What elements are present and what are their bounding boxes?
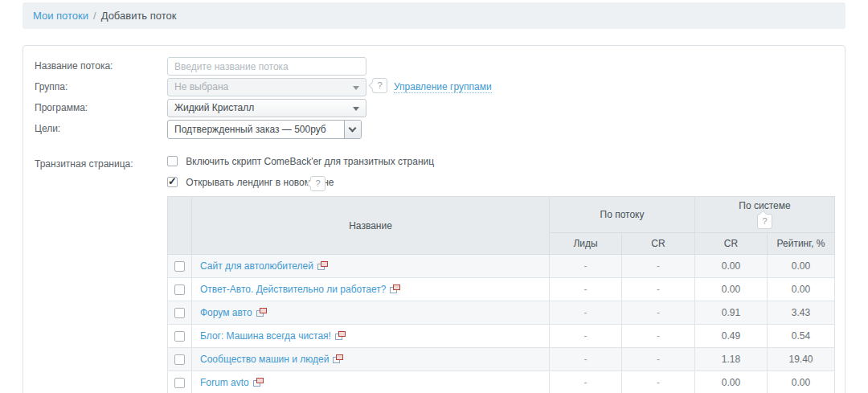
- landing-link[interactable]: Ответ-Авто. Действительно ли работает?: [200, 284, 386, 295]
- landing-link[interactable]: Forum avto: [200, 377, 249, 388]
- column-header-cr-system: CR: [695, 233, 768, 255]
- breadcrumb: Мои потоки/Добавить поток: [23, 2, 845, 29]
- flow-name-input[interactable]: [167, 57, 366, 76]
- transit-page-label: Транзитная страница:: [35, 158, 133, 170]
- rating-value: 0.00: [768, 371, 835, 393]
- leads-value: -: [550, 371, 622, 393]
- row-checkbox[interactable]: [174, 378, 185, 388]
- column-header-name: Название: [192, 197, 550, 255]
- program-select[interactable]: Жидкий Кристалл: [167, 99, 366, 117]
- landing-link[interactable]: Сайт для автолюбителей: [200, 260, 313, 272]
- column-group-by-system: По системе ?: [695, 197, 835, 233]
- cr-flow-value: -: [622, 325, 695, 348]
- external-link-icon[interactable]: [333, 354, 343, 363]
- landings-table: Название По потоку По системе ? Лиды CR …: [167, 196, 835, 393]
- row-checkbox-cell: [168, 325, 192, 348]
- cr-flow-value: -: [622, 255, 695, 278]
- column-header-rating: Рейтинг, %: [768, 233, 835, 255]
- table-row: Сообщество машин и людей - - 1.18 19.40: [168, 348, 835, 371]
- rating-value: 0.00: [768, 255, 835, 278]
- external-link-icon[interactable]: [256, 308, 267, 317]
- row-checkbox[interactable]: [174, 261, 185, 272]
- cr-system-value: 0.00: [695, 278, 768, 301]
- cr-flow-value: -: [622, 371, 695, 393]
- goals-label: Цели:: [35, 123, 60, 134]
- cr-system-value: 0.00: [695, 371, 768, 393]
- table-row: Forum avto - - 0.00 0.00: [168, 371, 835, 393]
- table-row: Блог: Машина всегда чистая! - - 0.49 0.5…: [168, 325, 835, 348]
- comeback-script-label: Включить скрипт ComeBack'er для транзитн…: [186, 156, 434, 167]
- breadcrumb-link-my-flows[interactable]: Мои потоки: [33, 10, 88, 22]
- row-checkbox[interactable]: [174, 331, 185, 342]
- leads-value: -: [550, 301, 622, 325]
- external-link-icon[interactable]: [335, 331, 346, 340]
- leads-value: -: [550, 278, 622, 301]
- landing-name-cell: Сайт для автолюбителей: [192, 255, 550, 278]
- landing-name-cell: Форум авто: [192, 301, 550, 325]
- group-help-button[interactable]: ?: [372, 78, 387, 93]
- rating-value: 0.54: [768, 325, 835, 348]
- group-select[interactable]: Не выбрана: [167, 78, 366, 96]
- chevron-down-icon: [353, 86, 359, 90]
- rating-value: 0.00: [768, 278, 835, 301]
- table-row: Форум авто - - 0.91 3.43: [168, 301, 835, 325]
- row-checkbox[interactable]: [174, 308, 185, 318]
- system-help-button[interactable]: ?: [757, 214, 772, 229]
- add-flow-panel: Название потока: Группа: Программа: Цели…: [23, 45, 845, 393]
- column-header-cr-flow: CR: [622, 233, 695, 255]
- cr-system-value: 1.18: [695, 348, 768, 371]
- rating-value: 19.40: [768, 348, 835, 371]
- landing-name-cell: Forum avto: [192, 371, 550, 393]
- program-select-value: Жидкий Кристалл: [174, 102, 254, 113]
- cr-flow-value: -: [622, 301, 695, 325]
- external-link-icon[interactable]: [317, 261, 328, 270]
- leads-value: -: [550, 325, 622, 348]
- table-row: Сайт для автолюбителей - - 0.00 0.00: [168, 255, 835, 278]
- goal-select-value: Подтвержденный заказ — 500руб: [174, 124, 326, 135]
- landing-name-cell: Ответ-Авто. Действительно ли работает?: [192, 278, 550, 301]
- landing-name-cell: Блог: Машина всегда чистая!: [192, 325, 550, 348]
- row-checkbox-cell: [168, 301, 192, 325]
- external-link-icon[interactable]: [390, 285, 400, 293]
- row-checkbox-cell: [168, 348, 192, 371]
- column-header-leads: Лиды: [550, 233, 622, 255]
- landing-link[interactable]: Форум авто: [200, 307, 252, 318]
- row-checkbox-cell: [168, 255, 192, 278]
- breadcrumb-separator: /: [93, 10, 96, 22]
- row-checkbox-cell: [168, 278, 192, 301]
- group-label: Группа:: [35, 81, 68, 92]
- by-system-label: По системе: [695, 200, 834, 211]
- cr-flow-value: -: [622, 278, 695, 301]
- page-title: Добавить поток: [101, 10, 177, 22]
- manage-groups-link[interactable]: Управление группами: [394, 81, 492, 93]
- landing-link[interactable]: Блог: Машина всегда чистая!: [200, 330, 331, 342]
- new-window-help-button[interactable]: ?: [310, 176, 326, 191]
- select-all-header: [168, 197, 192, 255]
- group-select-value: Не выбрана: [174, 81, 228, 92]
- chevron-down-icon: [344, 121, 361, 138]
- flow-name-label: Название потока:: [35, 60, 113, 72]
- cr-system-value: 0.49: [695, 325, 768, 348]
- comeback-script-checkbox[interactable]: [167, 156, 178, 166]
- landing-name-cell: Сообщество машин и людей: [192, 348, 550, 371]
- rating-value: 3.43: [768, 301, 835, 325]
- row-checkbox[interactable]: [174, 354, 185, 365]
- program-label: Программа:: [35, 102, 88, 113]
- row-checkbox[interactable]: [174, 285, 185, 295]
- cr-system-value: 0.91: [695, 301, 768, 325]
- goal-select[interactable]: Подтвержденный заказ — 500руб: [167, 120, 362, 139]
- cr-system-value: 0.00: [695, 255, 768, 278]
- table-row: Ответ-Авто. Действительно ли работает? -…: [168, 278, 835, 301]
- landing-link[interactable]: Сообщество машин и людей: [200, 354, 329, 365]
- leads-value: -: [550, 255, 622, 278]
- leads-value: -: [550, 348, 622, 371]
- external-link-icon[interactable]: [253, 378, 264, 387]
- row-checkbox-cell: [168, 371, 192, 393]
- chevron-down-icon: [353, 107, 359, 111]
- column-group-by-flow: По потоку: [550, 197, 695, 233]
- cr-flow-value: -: [622, 348, 695, 371]
- open-new-window-checkbox[interactable]: [167, 177, 178, 187]
